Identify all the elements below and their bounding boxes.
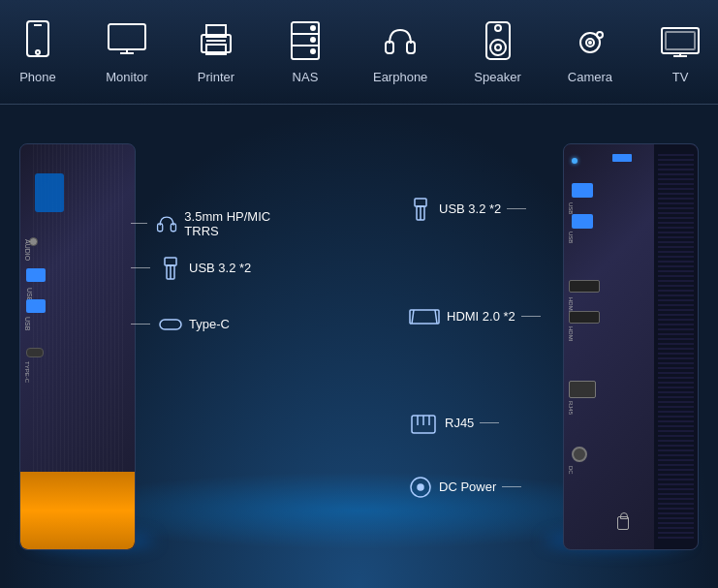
line-r-hdmi	[521, 316, 541, 317]
label-r-usb-row: USB 3.2 *2	[408, 197, 526, 222]
r-hdmi-icon-label: HDMI 2.0 *2	[408, 306, 515, 327]
camera-icon	[569, 19, 611, 62]
line-typec	[131, 324, 150, 325]
line-r-usb	[507, 208, 526, 209]
label-r-dc-row: DC Power	[408, 475, 521, 500]
svg-rect-36	[415, 199, 426, 206]
pc-left-body: AUDIO USB USB TYPE-C	[19, 143, 136, 550]
r-dc	[572, 447, 587, 462]
pc-left-orange-accent	[20, 472, 135, 549]
main-content: AUDIO USB USB TYPE-C 3.5mm HP/MIC TRRS	[0, 105, 718, 588]
audio-icon-label: 3.5mm HP/MIC TRRS	[155, 209, 291, 238]
printer-icon	[195, 19, 237, 62]
dc-icon	[408, 475, 433, 500]
r-dc-label-text: DC Power	[439, 480, 496, 494]
svg-line-40	[412, 310, 414, 324]
svg-point-15	[311, 49, 315, 53]
r-hdmi1	[569, 280, 600, 293]
label-r-rj45-row: RJ45	[408, 410, 499, 437]
tv-icon	[659, 19, 702, 62]
icon-earphone: Earphone	[373, 19, 427, 84]
audio-label-text: 3.5mm HP/MIC TRRS	[184, 209, 291, 238]
speaker-icon	[477, 19, 519, 62]
r-usb-label-text: USB 3.2 *2	[439, 201, 501, 216]
r-usb2	[572, 214, 593, 229]
r-usb-sm1: USB	[568, 202, 574, 214]
r-usb-sm2: USB	[568, 232, 574, 243]
r-hdmi-label-text: HDMI 2.0 *2	[447, 309, 515, 324]
usb-icon-label: USB 3.2 *2	[158, 256, 251, 281]
svg-rect-39	[410, 310, 439, 324]
svg-rect-29	[666, 32, 695, 49]
led-dot	[572, 158, 578, 164]
r-hdmi2	[569, 311, 600, 324]
vent-lines	[658, 152, 694, 542]
icon-monitor: Monitor	[106, 19, 148, 84]
label-usb-row: USB 3.2 *2	[131, 256, 251, 281]
svg-point-14	[311, 38, 315, 42]
typec-label-text: Type-C	[189, 317, 230, 331]
line-r-rj45	[480, 422, 499, 423]
tv-label: TV	[672, 70, 689, 84]
typec-icon	[158, 316, 183, 333]
brand-logo-left	[35, 173, 64, 212]
printer-label: Printer	[198, 70, 234, 84]
icon-speaker: Speaker	[474, 19, 520, 84]
phone-label: Phone	[19, 70, 56, 84]
svg-point-21	[495, 25, 501, 31]
r-dc-icon-label: DC Power	[408, 475, 496, 500]
line-usb	[131, 267, 150, 268]
nas-icon	[284, 19, 327, 62]
nas-label: NAS	[293, 70, 319, 84]
svg-point-47	[418, 484, 423, 490]
line-r-dc	[502, 486, 521, 487]
typec-icon-label: Type-C	[158, 316, 230, 333]
svg-point-24	[589, 42, 591, 44]
hdmi-icon	[408, 306, 441, 327]
typec-port-visual	[26, 348, 44, 357]
svg-rect-35	[160, 320, 181, 329]
usb-label-small2: USB	[24, 317, 31, 330]
pc-right-body: USB USB HDMI HDMI RJ45 DC	[563, 143, 699, 550]
r-rj45-sm: RJ45	[568, 401, 574, 415]
r-rj45-icon-label: RJ45	[408, 410, 474, 437]
icon-camera: Camera	[568, 19, 612, 84]
usb-label-text: USB 3.2 *2	[189, 261, 251, 275]
top-icons-bar: Phone Monitor Printer	[0, 0, 718, 105]
earphone-label: Earphone	[373, 70, 427, 84]
typec-label-small: TYPE-C	[24, 361, 30, 383]
svg-point-20	[495, 45, 501, 50]
icon-printer: Printer	[195, 19, 237, 84]
r-hdmi-sm1: HDMI	[568, 297, 574, 312]
vent-area	[654, 144, 698, 549]
usb-port-2-visual	[26, 299, 46, 313]
svg-line-41	[435, 310, 437, 324]
lock-icon	[617, 516, 629, 530]
label-r-hdmi-row: HDMI 2.0 *2	[408, 306, 541, 327]
usb-port-1-visual	[26, 268, 46, 282]
camera-label: Camera	[568, 70, 612, 84]
r-dc-sm: DC	[568, 466, 574, 475]
svg-point-13	[311, 26, 315, 30]
r-rj45	[569, 381, 596, 398]
earphone-icon	[379, 19, 421, 62]
icon-tv: TV	[659, 19, 702, 84]
svg-rect-3	[109, 24, 145, 49]
r-rj45-label-text: RJ45	[445, 416, 474, 430]
pc-left-unit: AUDIO USB USB TYPE-C 3.5mm HP/MIC TRRS	[19, 124, 291, 570]
r-top-badge	[612, 154, 632, 162]
r-usb-icon	[408, 197, 433, 222]
headphone-icon	[155, 210, 178, 237]
label-audio-row: 3.5mm HP/MIC TRRS	[131, 209, 291, 238]
label-typec-row: Type-C	[131, 316, 230, 333]
usb-icon	[158, 256, 183, 281]
phone-icon	[16, 19, 59, 62]
svg-point-19	[490, 40, 506, 55]
svg-point-25	[597, 32, 603, 38]
speaker-label: Speaker	[474, 70, 520, 84]
r-usb1	[572, 183, 593, 198]
r-hdmi-sm2: HDMI	[568, 326, 574, 341]
rj45-icon	[408, 410, 439, 437]
svg-point-1	[36, 50, 40, 54]
pc-right-unit: USB 3.2 *2 HDMI 2.0 *2	[408, 124, 699, 570]
